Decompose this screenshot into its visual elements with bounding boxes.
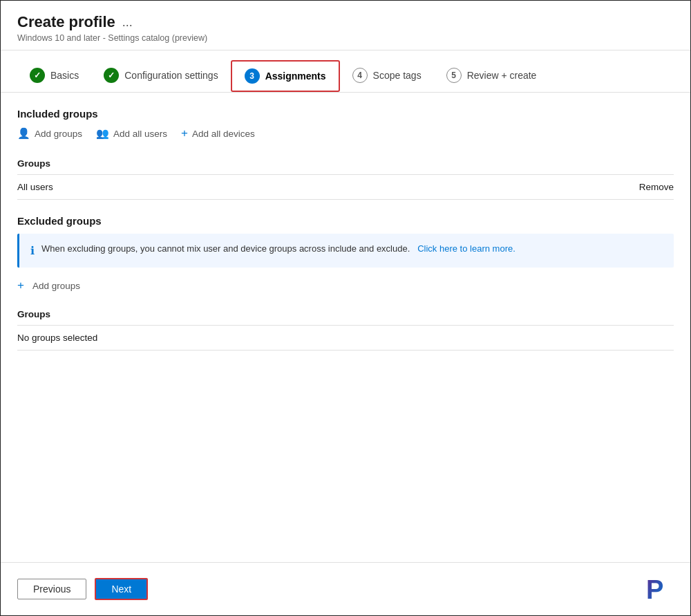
tab-review-step: 5 — [446, 68, 462, 83]
excluded-groups-section: Excluded groups ℹ When excluding groups,… — [17, 215, 674, 351]
add-all-devices-label: Add all devices — [192, 129, 255, 139]
tab-config-label: Configuration settings — [124, 70, 218, 81]
excluded-add-groups-button[interactable]: + Add groups — [17, 279, 80, 292]
included-groups-column-header: Groups — [17, 153, 350, 175]
learn-more-link[interactable]: Click here to learn more. — [417, 243, 515, 254]
group-name-cell: All users — [17, 175, 350, 200]
add-groups-button[interactable]: 👤 Add groups — [17, 127, 82, 140]
page-subtitle: Windows 10 and later - Settings catalog … — [17, 33, 674, 43]
included-groups-table: Groups All users Remove — [17, 153, 674, 200]
tab-assignments[interactable]: 3 Assignments — [231, 60, 340, 92]
add-all-users-label: Add all users — [113, 129, 167, 139]
add-all-devices-button[interactable]: + Add all devices — [181, 127, 255, 140]
tab-scope-label: Scope tags — [373, 70, 422, 81]
svg-text:P: P — [646, 575, 663, 604]
footer-logo: P — [643, 574, 674, 604]
add-groups-label: Add groups — [35, 129, 82, 139]
page-footer: Previous Next P — [1, 562, 690, 615]
people-icon: 👥 — [96, 127, 109, 140]
excluded-plus-icon: + — [17, 279, 24, 292]
included-groups-actions: 👤 Add groups 👥 Add all users + Add all d… — [17, 127, 674, 140]
page-header: Create profile ... Windows 10 and later … — [1, 1, 690, 50]
previous-button[interactable]: Previous — [17, 579, 86, 599]
no-groups-cell: No groups selected — [17, 326, 674, 351]
remove-link[interactable]: Remove — [639, 182, 674, 192]
info-box: ℹ When excluding groups, you cannot mix … — [17, 234, 674, 268]
table-row: No groups selected — [17, 326, 674, 351]
info-icon: ℹ — [30, 243, 35, 259]
tab-assignments-step: 3 — [245, 68, 260, 84]
excluded-groups-table: Groups No groups selected — [17, 304, 674, 351]
tab-configuration-settings[interactable]: ✓ Configuration settings — [91, 61, 230, 91]
tab-basics[interactable]: ✓ Basics — [17, 61, 91, 91]
next-button[interactable]: Next — [95, 578, 148, 600]
info-text: When excluding groups, you cannot mix us… — [41, 242, 515, 256]
page-title: Create profile — [17, 13, 115, 31]
tab-scope-step: 4 — [352, 68, 368, 83]
table-row: All users Remove — [17, 175, 674, 200]
wizard-tabs: ✓ Basics ✓ Configuration settings 3 Assi… — [1, 50, 690, 93]
more-options-icon[interactable]: ... — [122, 15, 133, 30]
tab-basics-step: ✓ — [30, 68, 45, 83]
p-logo-icon: P — [643, 574, 674, 604]
tab-assignments-label: Assignments — [265, 71, 326, 82]
included-groups-title: Included groups — [17, 108, 674, 120]
excluded-groups-column-header: Groups — [17, 304, 674, 326]
tab-review-create[interactable]: 5 Review + create — [434, 61, 549, 91]
tab-scope-tags[interactable]: 4 Scope tags — [340, 61, 434, 91]
person-icon: 👤 — [17, 127, 30, 140]
excluded-groups-title: Excluded groups — [17, 215, 674, 227]
add-all-users-button[interactable]: 👥 Add all users — [96, 127, 167, 140]
tab-config-step: ✓ — [104, 68, 119, 83]
tab-basics-label: Basics — [50, 70, 79, 81]
plus-icon: + — [181, 127, 188, 140]
tab-review-label: Review + create — [467, 70, 537, 81]
excluded-add-groups-label: Add groups — [32, 281, 80, 291]
main-content: Included groups 👤 Add groups 👥 Add all u… — [1, 93, 690, 562]
